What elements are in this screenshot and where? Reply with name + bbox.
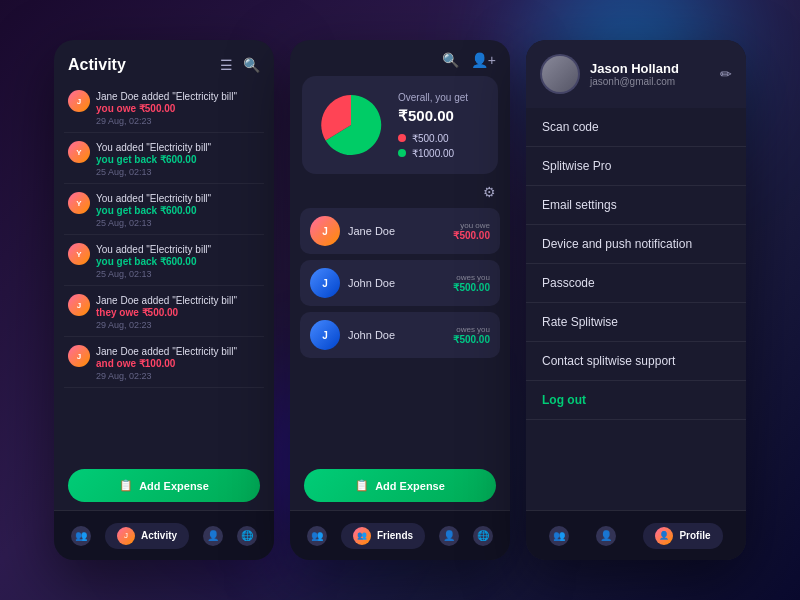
activity-date: 25 Aug, 02:13 — [96, 167, 260, 177]
activity-date: 29 Aug, 02:23 — [96, 320, 260, 330]
profile-info: Jason Holland jasonh@gmail.com — [590, 61, 710, 87]
filter-icon[interactable]: ☰ — [220, 57, 233, 73]
activity-amount: you get back ₹600.00 — [96, 205, 260, 216]
add-expense-button[interactable]: 📋 Add Expense — [68, 469, 260, 502]
activity-item[interactable]: J Jane Doe added "Electricity bill" they… — [64, 288, 264, 337]
activity-date: 25 Aug, 02:13 — [96, 269, 260, 279]
friend-balance: you owe ₹500.00 — [453, 221, 490, 241]
nav-more[interactable]: 🌐 — [237, 526, 257, 546]
add-expense-icon: 📋 — [355, 479, 369, 492]
nav-activity-active[interactable]: J Activity — [105, 523, 189, 549]
activity-text: You added "Electricity bill" you get bac… — [96, 141, 260, 177]
activity-description: You added "Electricity bill" — [96, 243, 260, 256]
friend-balance-amount: ₹500.00 — [453, 334, 490, 345]
friend-item[interactable]: J John Doe owes you ₹500.00 — [300, 260, 500, 306]
menu-item-rate-splitwise[interactable]: Rate Splitwise — [526, 303, 746, 342]
avatar: J — [68, 345, 90, 367]
menu-item-contact-support[interactable]: Contact splitwise support — [526, 342, 746, 381]
friend-name: John Doe — [348, 277, 445, 289]
friend-balance: owes you ₹500.00 — [453, 273, 490, 293]
friend-name: Jane Doe — [348, 225, 445, 237]
friend-avatar: J — [310, 268, 340, 298]
profile-email: jasonh@gmail.com — [590, 76, 710, 87]
friend-item[interactable]: J John Doe owes you ₹500.00 — [300, 312, 500, 358]
friend-info: John Doe — [348, 329, 445, 341]
friends-screen: 🔍 👤+ Overall, you get ₹500.00 — [290, 40, 510, 560]
nav-account[interactable]: 👤 — [203, 526, 223, 546]
nav-profile-active[interactable]: 👤 Profile — [643, 523, 722, 549]
menu-item-splitwise-pro[interactable]: Splitwise Pro — [526, 147, 746, 186]
groups-icon: 👥 — [71, 526, 91, 546]
activity-bottom-nav: 👥 J Activity 👤 🌐 — [54, 510, 274, 560]
menu-item-device-notification[interactable]: Device and push notification — [526, 225, 746, 264]
profile-screen: Jason Holland jasonh@gmail.com ✏ Scan co… — [526, 40, 746, 560]
legend-item-red: ₹500.00 — [398, 133, 484, 144]
legend-dot-red — [398, 134, 406, 142]
profile-bottom-nav: 👥 👤 👤 Profile — [526, 510, 746, 560]
activity-date: 25 Aug, 02:13 — [96, 218, 260, 228]
account-icon: 👤 — [439, 526, 459, 546]
activity-date: 29 Aug, 02:23 — [96, 116, 260, 126]
friend-item[interactable]: J Jane Doe you owe ₹500.00 — [300, 208, 500, 254]
friends-header: 🔍 👤+ — [290, 40, 510, 76]
activity-description: Jane Doe added "Electricity bill" — [96, 90, 260, 103]
activity-description: You added "Electricity bill" — [96, 192, 260, 205]
profile-header: Jason Holland jasonh@gmail.com ✏ — [526, 40, 746, 108]
menu-item-passcode[interactable]: Passcode — [526, 264, 746, 303]
activity-item[interactable]: J Jane Doe added "Electricity bill" and … — [64, 339, 264, 388]
activity-text: Jane Doe added "Electricity bill" they o… — [96, 294, 260, 330]
search-icon[interactable]: 🔍 — [442, 52, 459, 68]
menu-label-logout: Log out — [542, 393, 586, 407]
pie-chart — [316, 90, 386, 160]
nav-more[interactable]: 🌐 — [473, 526, 493, 546]
profile-avatar — [540, 54, 580, 94]
menu-label: Email settings — [542, 198, 617, 212]
menu-label: Device and push notification — [542, 237, 692, 251]
activity-avatar-nav: J — [117, 527, 135, 545]
avatar: Y — [68, 192, 90, 214]
groups-icon: 👥 — [549, 526, 569, 546]
edit-profile-icon[interactable]: ✏ — [720, 66, 732, 82]
menu-label: Contact splitwise support — [542, 354, 675, 368]
activity-date: 29 Aug, 02:23 — [96, 371, 260, 381]
add-expense-icon: 📋 — [119, 479, 133, 492]
menu-item-email-settings[interactable]: Email settings — [526, 186, 746, 225]
nav-groups[interactable]: 👥 — [307, 526, 327, 546]
activity-description: Jane Doe added "Electricity bill" — [96, 345, 260, 358]
friends-filter: ⚙ — [290, 184, 510, 208]
activity-text: Jane Doe added "Electricity bill" you ow… — [96, 90, 260, 126]
friend-info: John Doe — [348, 277, 445, 289]
menu-label: Passcode — [542, 276, 595, 290]
nav-profile-label: Profile — [679, 530, 710, 541]
nav-groups[interactable]: 👥 — [549, 526, 569, 546]
friends-icon: 👤 — [596, 526, 616, 546]
nav-activity-label: Activity — [141, 530, 177, 541]
menu-item-logout[interactable]: Log out — [526, 381, 746, 420]
nav-account[interactable]: 👤 — [439, 526, 459, 546]
activity-item[interactable]: Y You added "Electricity bill" you get b… — [64, 135, 264, 184]
activity-title: Activity — [68, 56, 126, 74]
more-icon: 🌐 — [237, 526, 257, 546]
avatar: Y — [68, 243, 90, 265]
search-icon[interactable]: 🔍 — [243, 57, 260, 73]
activity-text: Jane Doe added "Electricity bill" and ow… — [96, 345, 260, 381]
avatar: Y — [68, 141, 90, 163]
add-expense-label: Add Expense — [375, 480, 445, 492]
activity-item[interactable]: Y You added "Electricity bill" you get b… — [64, 186, 264, 235]
activity-item[interactable]: Y You added "Electricity bill" you get b… — [64, 237, 264, 286]
friend-name: John Doe — [348, 329, 445, 341]
nav-friends[interactable]: 👤 — [596, 526, 616, 546]
filter-icon[interactable]: ⚙ — [483, 184, 496, 200]
friends-nav-icon: 👥 — [353, 527, 371, 545]
nav-groups[interactable]: 👥 — [71, 526, 91, 546]
activity-item[interactable]: J Jane Doe added "Electricity bill" you … — [64, 84, 264, 133]
add-person-icon[interactable]: 👤+ — [471, 52, 496, 68]
chart-legend: ₹500.00 ₹1000.00 — [398, 133, 484, 159]
add-expense-label: Add Expense — [139, 480, 209, 492]
legend-amount-red: ₹500.00 — [412, 133, 449, 144]
activity-amount: you get back ₹600.00 — [96, 154, 260, 165]
nav-friends-active[interactable]: 👥 Friends — [341, 523, 425, 549]
add-expense-button[interactable]: 📋 Add Expense — [304, 469, 496, 502]
activity-amount: they owe ₹500.00 — [96, 307, 260, 318]
menu-item-scan-code[interactable]: Scan code — [526, 108, 746, 147]
